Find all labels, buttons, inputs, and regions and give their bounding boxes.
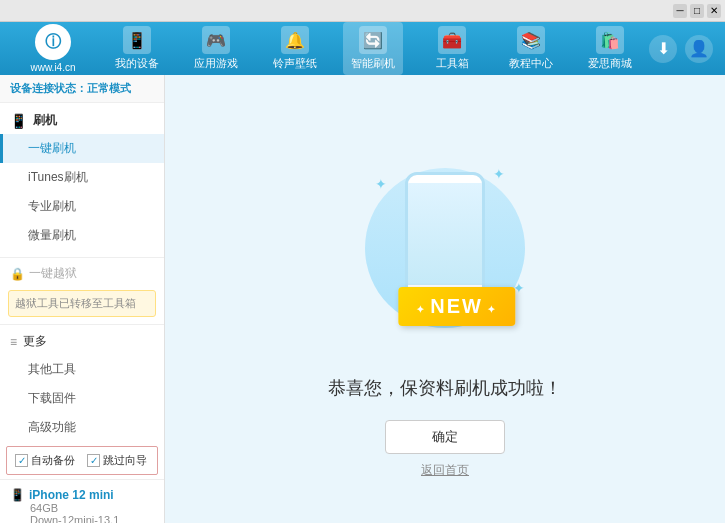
sidebar: 设备连接状态：正常模式 📱 刷机 一键刷机 iTunes刷机 专业刷机 微量刷机… — [0, 75, 165, 523]
nav-item-smart-flash[interactable]: 🔄 智能刷机 — [343, 22, 403, 75]
toolbox-icon: 🧰 — [438, 26, 466, 54]
status-bar: 设备连接状态：正常模式 — [0, 75, 164, 103]
return-link[interactable]: 返回首页 — [421, 462, 469, 479]
my-device-label: 我的设备 — [115, 56, 159, 71]
nav-items: 📱 我的设备 🎮 应用游戏 🔔 铃声壁纸 🔄 智能刷机 🧰 工具箱 📚 — [98, 22, 649, 75]
more-icon: ≡ — [10, 335, 17, 349]
account-button[interactable]: 👤 — [685, 35, 713, 63]
divider-1 — [0, 257, 164, 258]
status-value: 正常模式 — [87, 82, 131, 94]
status-label: 设备连接状态： — [10, 82, 87, 94]
sidebar-item-download-firmware[interactable]: 下载固件 — [0, 384, 164, 413]
jailbreak-notice: 越狱工具已转移至工具箱 — [8, 290, 156, 317]
auto-backup-box: ✓ — [15, 454, 28, 467]
tutorial-label: 教程中心 — [509, 56, 553, 71]
illustration: ✦ ✦ ✦ NEW — [345, 156, 545, 356]
flash-section: 📱 刷机 一键刷机 iTunes刷机 专业刷机 微量刷机 — [0, 103, 164, 254]
nav-item-ringtones[interactable]: 🔔 铃声壁纸 — [265, 22, 325, 75]
new-badge: NEW — [398, 287, 515, 326]
smart-flash-label: 智能刷机 — [351, 56, 395, 71]
sidebar-item-one-click-flash[interactable]: 一键刷机 — [0, 134, 164, 163]
skip-wizard-checkbox[interactable]: ✓ 跳过向导 — [87, 453, 147, 468]
apps-games-label: 应用游戏 — [194, 56, 238, 71]
nav-item-my-device[interactable]: 📱 我的设备 — [107, 22, 167, 75]
jailbreak-label: 一键越狱 — [29, 265, 77, 282]
logo-text: ⓘ — [45, 32, 61, 53]
nav-right: ⬇ 👤 — [649, 35, 713, 63]
sparkle-2-icon: ✦ — [493, 166, 505, 182]
sidebar-item-itunes-flash[interactable]: iTunes刷机 — [0, 163, 164, 192]
divider-2 — [0, 324, 164, 325]
auto-backup-checkbox[interactable]: ✓ 自动备份 — [15, 453, 75, 468]
maximize-button[interactable]: □ — [690, 4, 704, 18]
content-area: 设备连接状态：正常模式 📱 刷机 一键刷机 iTunes刷机 专业刷机 微量刷机… — [0, 75, 725, 523]
skip-wizard-box: ✓ — [87, 454, 100, 467]
download-button[interactable]: ⬇ — [649, 35, 677, 63]
device-version: Down-12mini-13,1 — [10, 514, 154, 523]
device-phone-icon: 📱 — [10, 488, 25, 502]
minimize-button[interactable]: ─ — [673, 4, 687, 18]
mall-label: 爱思商城 — [588, 56, 632, 71]
nav-item-toolbox[interactable]: 🧰 工具箱 — [422, 22, 482, 75]
tutorial-icon: 📚 — [517, 26, 545, 54]
sparkle-1-icon: ✦ — [375, 176, 387, 192]
more-section-header: ≡ 更多 — [0, 328, 164, 355]
ringtones-icon: 🔔 — [281, 26, 309, 54]
apps-games-icon: 🎮 — [202, 26, 230, 54]
sidebar-item-other-tools[interactable]: 其他工具 — [0, 355, 164, 384]
logo-icon: ⓘ — [35, 24, 71, 60]
phone-screen — [408, 183, 482, 285]
more-label: 更多 — [23, 333, 47, 350]
nav-item-mall[interactable]: 🛍️ 爱思商城 — [580, 22, 640, 75]
flash-icon: 📱 — [10, 113, 27, 129]
success-text: 恭喜您，保资料刷机成功啦！ — [328, 376, 562, 400]
sidebar-item-micro-flash[interactable]: 微量刷机 — [0, 221, 164, 250]
flash-section-header: 📱 刷机 — [0, 107, 164, 134]
sidebar-item-advanced[interactable]: 高级功能 — [0, 413, 164, 442]
flash-label: 刷机 — [33, 112, 57, 129]
lock-icon: 🔒 — [10, 267, 25, 281]
close-button[interactable]: ✕ — [707, 4, 721, 18]
logo-url: www.i4.cn — [30, 62, 75, 73]
main-panel: ✦ ✦ ✦ NEW 恭喜您，保资料刷机成功啦！ 确定 返回首页 — [165, 75, 725, 523]
ringtones-label: 铃声壁纸 — [273, 56, 317, 71]
auto-backup-label: 自动备份 — [31, 453, 75, 468]
device-info: 📱 iPhone 12 mini 64GB Down-12mini-13,1 — [0, 479, 164, 523]
device-name: iPhone 12 mini — [29, 488, 114, 502]
device-storage: 64GB — [10, 502, 154, 514]
smart-flash-icon: 🔄 — [359, 26, 387, 54]
top-nav: ⓘ www.i4.cn 📱 我的设备 🎮 应用游戏 🔔 铃声壁纸 🔄 智能刷机 — [0, 22, 725, 75]
jailbreak-section-header: 🔒 一键越狱 — [0, 261, 164, 286]
nav-item-tutorial[interactable]: 📚 教程中心 — [501, 22, 561, 75]
confirm-button[interactable]: 确定 — [385, 420, 505, 454]
sidebar-item-pro-flash[interactable]: 专业刷机 — [0, 192, 164, 221]
nav-item-apps-games[interactable]: 🎮 应用游戏 — [186, 22, 246, 75]
mall-icon: 🛍️ — [596, 26, 624, 54]
my-device-icon: 📱 — [123, 26, 151, 54]
app-container: ⓘ www.i4.cn 📱 我的设备 🎮 应用游戏 🔔 铃声壁纸 🔄 智能刷机 — [0, 22, 725, 523]
toolbox-label: 工具箱 — [436, 56, 469, 71]
titlebar: ─ □ ✕ — [0, 0, 725, 22]
checkboxes-row: ✓ 自动备份 ✓ 跳过向导 — [6, 446, 158, 475]
logo-area: ⓘ www.i4.cn — [8, 24, 98, 73]
skip-wizard-label: 跳过向导 — [103, 453, 147, 468]
